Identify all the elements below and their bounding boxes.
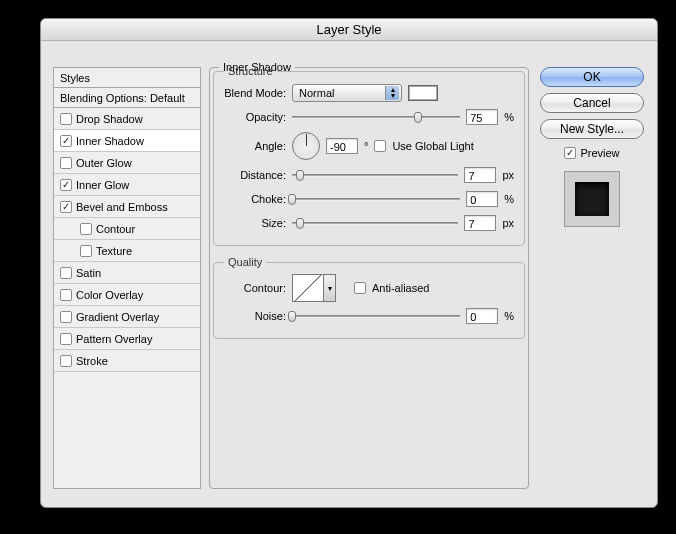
noise-slider[interactable]	[292, 309, 460, 323]
sidebar-item-checkbox[interactable]	[60, 201, 72, 213]
sidebar-item-bevel-and-emboss[interactable]: Bevel and Emboss	[54, 196, 200, 218]
sidebar-item-outer-glow[interactable]: Outer Glow	[54, 152, 200, 174]
sidebar-item-label: Drop Shadow	[76, 108, 143, 130]
shadow-color-swatch[interactable]	[408, 85, 438, 101]
angle-dial[interactable]	[292, 132, 320, 160]
sidebar-blending-options[interactable]: Blending Options: Default	[54, 88, 200, 108]
distance-input[interactable]: 7	[464, 167, 496, 183]
size-slider[interactable]	[292, 216, 458, 230]
use-global-light-label: Use Global Light	[392, 140, 473, 152]
sidebar-item-contour[interactable]: Contour	[54, 218, 200, 240]
contour-dropdown-icon[interactable]: ▾	[324, 274, 336, 302]
sidebar-header[interactable]: Styles	[54, 68, 200, 88]
sidebar-item-label: Inner Shadow	[76, 130, 144, 152]
sidebar-item-label: Stroke	[76, 350, 108, 372]
sidebar-item-label: Texture	[96, 240, 132, 262]
sidebar-item-label: Outer Glow	[76, 152, 132, 174]
choke-slider[interactable]	[292, 192, 460, 206]
blend-mode-value: Normal	[299, 87, 334, 99]
noise-unit: %	[504, 310, 514, 322]
blend-mode-label: Blend Mode:	[224, 87, 286, 99]
opacity-input[interactable]: 75	[466, 109, 498, 125]
opacity-label: Opacity:	[224, 111, 286, 123]
contour-picker[interactable]	[292, 274, 324, 302]
effect-panel-body: Structure Blend Mode: Normal ▴▾ Opacity:…	[213, 59, 525, 489]
cancel-button[interactable]: Cancel	[540, 93, 644, 113]
structure-group: Structure Blend Mode: Normal ▴▾ Opacity:…	[213, 65, 525, 246]
new-style-button[interactable]: New Style...	[540, 119, 644, 139]
blend-mode-select[interactable]: Normal ▴▾	[292, 84, 402, 102]
sidebar-item-checkbox[interactable]	[60, 333, 72, 345]
sidebar-item-label: Inner Glow	[76, 174, 129, 196]
opacity-unit: %	[504, 111, 514, 123]
sidebar-item-checkbox[interactable]	[60, 267, 72, 279]
sidebar-item-checkbox[interactable]	[60, 355, 72, 367]
angle-input[interactable]: -90	[326, 138, 358, 154]
sidebar-item-label: Pattern Overlay	[76, 328, 152, 350]
preview-swatch	[575, 182, 609, 216]
choke-input[interactable]: 0	[466, 191, 498, 207]
sidebar-item-stroke[interactable]: Stroke	[54, 350, 200, 372]
size-label: Size:	[224, 217, 286, 229]
noise-label: Noise:	[224, 310, 286, 322]
size-unit: px	[502, 217, 514, 229]
sidebar-item-texture[interactable]: Texture	[54, 240, 200, 262]
preview-checkbox[interactable]	[564, 147, 576, 159]
sidebar-item-satin[interactable]: Satin	[54, 262, 200, 284]
dialog-content: Styles Blending Options: Default Drop Sh…	[41, 41, 657, 507]
angle-unit: °	[364, 140, 368, 152]
sidebar-blend-label: Blending Options: Default	[60, 92, 185, 104]
structure-legend: Structure	[224, 65, 277, 77]
right-column: OK Cancel New Style... Preview	[539, 67, 645, 227]
sidebar-item-checkbox[interactable]	[80, 223, 92, 235]
sidebar-item-checkbox[interactable]	[60, 289, 72, 301]
antialiased-label: Anti-aliased	[372, 282, 429, 294]
sidebar-item-color-overlay[interactable]: Color Overlay	[54, 284, 200, 306]
sidebar-item-label: Bevel and Emboss	[76, 196, 168, 218]
sidebar-item-drop-shadow[interactable]: Drop Shadow	[54, 108, 200, 130]
sidebar-item-inner-shadow[interactable]: Inner Shadow	[54, 130, 200, 152]
sidebar-item-checkbox[interactable]	[60, 135, 72, 147]
ok-button[interactable]: OK	[540, 67, 644, 87]
sidebar-item-checkbox[interactable]	[60, 311, 72, 323]
distance-unit: px	[502, 169, 514, 181]
quality-legend: Quality	[224, 256, 266, 268]
sidebar-item-checkbox[interactable]	[80, 245, 92, 257]
sidebar-item-inner-glow[interactable]: Inner Glow	[54, 174, 200, 196]
angle-label: Angle:	[224, 140, 286, 152]
sidebar-item-checkbox[interactable]	[60, 157, 72, 169]
sidebar-item-pattern-overlay[interactable]: Pattern Overlay	[54, 328, 200, 350]
sidebar-header-label: Styles	[60, 72, 90, 84]
styles-sidebar: Styles Blending Options: Default Drop Sh…	[53, 67, 201, 489]
noise-input[interactable]: 0	[466, 308, 498, 324]
antialiased-checkbox[interactable]	[354, 282, 366, 294]
distance-label: Distance:	[224, 169, 286, 181]
preview-thumbnail	[564, 171, 620, 227]
sidebar-item-label: Gradient Overlay	[76, 306, 159, 328]
use-global-light-checkbox[interactable]	[374, 140, 386, 152]
distance-slider[interactable]	[292, 168, 458, 182]
layer-style-dialog: Layer Style Styles Blending Options: Def…	[40, 18, 658, 508]
sidebar-item-label: Color Overlay	[76, 284, 143, 306]
contour-label: Contour:	[224, 282, 286, 294]
choke-label: Choke:	[224, 193, 286, 205]
sidebar-item-gradient-overlay[interactable]: Gradient Overlay	[54, 306, 200, 328]
sidebar-item-checkbox[interactable]	[60, 113, 72, 125]
dropdown-arrows-icon: ▴▾	[385, 86, 399, 100]
quality-group: Quality Contour: ▾ Anti-aliased Noise: 0	[213, 256, 525, 339]
sidebar-item-label: Satin	[76, 262, 101, 284]
window-title: Layer Style	[316, 22, 381, 37]
size-input[interactable]: 7	[464, 215, 496, 231]
opacity-slider[interactable]	[292, 110, 460, 124]
titlebar: Layer Style	[41, 19, 657, 41]
choke-unit: %	[504, 193, 514, 205]
sidebar-item-checkbox[interactable]	[60, 179, 72, 191]
preview-label: Preview	[580, 147, 619, 159]
sidebar-item-label: Contour	[96, 218, 135, 240]
